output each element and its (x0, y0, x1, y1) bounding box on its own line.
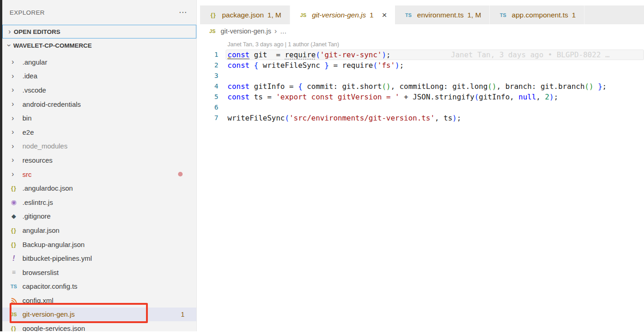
folder-row-android-credentials[interactable]: ›android-credentials (2, 97, 196, 111)
item-label: .angulardoc.json (22, 184, 73, 192)
file-row-git-version-gen.js[interactable]: JSgit-version-gen.js1 (2, 308, 196, 322)
ts-file-icon: TS (498, 12, 508, 18)
tab-bar-filler (584, 5, 644, 24)
line-number: 5 (197, 92, 218, 102)
explorer-sidebar: EXPLORER ⋯ › OPEN EDITORS › WAVELET-CP-C… (2, 0, 197, 331)
item-label: Backup-angular.json (22, 241, 85, 248)
item-label: config.xml (22, 297, 54, 304)
item-label: .idea (22, 72, 38, 80)
item-label: bin (22, 114, 32, 122)
tab-dirty-badge: 1, M (467, 11, 481, 19)
yml-file-icon: ! (9, 254, 19, 263)
chevron-down-icon: › (5, 41, 13, 49)
code-editor[interactable]: 1const git = require('git-rev-sync');^Ja… (197, 49, 644, 123)
tab-dirty-badge: 1, M (267, 11, 281, 19)
tab-bar: {}package.json1, MJSgit-version-gen.js1×… (197, 5, 644, 24)
editor-area: {}package.json1, MJSgit-version-gen.js1×… (197, 0, 644, 335)
folder-row-src[interactable]: ›src (2, 167, 196, 181)
item-label: e2e (22, 128, 34, 136)
item-label: .eslintrc.js (22, 198, 53, 206)
code-line-2: 2const { writeFileSync } = require('fs')… (197, 60, 644, 71)
code-text: const gitInfo = { commit: git.short(), c… (227, 81, 606, 92)
tab-label: app.component.ts (512, 11, 568, 19)
code-text: const ts = 'export const gitVersion = ' … (227, 92, 558, 102)
file-icon-slot: {} (9, 241, 22, 248)
folder-row-.angular[interactable]: ›.angular (2, 55, 196, 69)
item-label: google-services.json (22, 324, 85, 331)
file-row-bitbucket-pipelines.yml[interactable]: !bitbucket-pipelines.yml (2, 251, 196, 265)
item-label: capacitor.config.ts (22, 282, 77, 290)
breadcrumb-file[interactable]: git-version-gen.js (221, 27, 271, 35)
folder-row-e2e[interactable]: ›e2e (2, 125, 196, 139)
file-row-.eslintrc.js[interactable]: ◉.eslintrc.js (2, 195, 196, 209)
folder-row-.idea[interactable]: ›.idea (2, 69, 196, 83)
tab-label: git-version-gen.js (312, 11, 366, 19)
tab-label: environment.ts (417, 11, 464, 19)
line-number: 1 (197, 49, 218, 60)
json-file-icon: {} (9, 241, 19, 248)
list-file-icon: ≡ (9, 269, 19, 276)
chevron-right-icon: › (9, 156, 17, 164)
file-icon-slot: ≡ (9, 269, 22, 276)
file-row-angular.json[interactable]: {}angular.json (2, 223, 196, 237)
close-icon[interactable]: × (382, 11, 387, 19)
explorer-header: EXPLORER ⋯ (2, 0, 196, 25)
item-label: angular.json (22, 226, 60, 234)
file-row-google-services.json[interactable]: {}google-services.json (2, 321, 196, 331)
folder-chevron: › (9, 86, 22, 94)
file-icon-slot: ◆ (9, 213, 22, 220)
chevron-right-icon: › (9, 114, 17, 122)
folder-row-resources[interactable]: ›resources (2, 153, 196, 167)
breadcrumb: JS git-version-gen.js › … (197, 24, 644, 38)
line-number: 7 (197, 113, 218, 123)
folder-row-.vscode[interactable]: ›.vscode (2, 83, 196, 97)
breadcrumb-symbol[interactable]: … (280, 27, 287, 35)
folder-row-bin[interactable]: ›bin (2, 111, 196, 125)
js-file-icon: JS (207, 28, 217, 34)
line-number: 3 (197, 71, 218, 81)
file-row-config.xml[interactable]: config.xml (2, 293, 196, 308)
chevron-right-icon: › (9, 86, 17, 94)
folder-chevron: › (9, 100, 22, 108)
file-row-browserslist[interactable]: ≡browserslist (2, 265, 196, 280)
item-label: src (22, 170, 32, 178)
folder-row-node_modules[interactable]: ›node_modules (2, 139, 196, 154)
file-row-capacitor.config.ts[interactable]: TScapacitor.config.ts (2, 280, 196, 294)
open-editors-section[interactable]: › OPEN EDITORS (2, 25, 196, 38)
file-icon-slot: JS (9, 312, 22, 317)
modified-dot-badge (178, 172, 183, 176)
more-actions-icon[interactable]: ⋯ (179, 7, 187, 17)
codelens-blame[interactable]: Janet Tan, 3 days ago | 1 author (Janet … (227, 41, 339, 48)
tab-git-version-gen.js[interactable]: JSgit-version-gen.js1× (290, 5, 395, 24)
folder-chevron: › (9, 156, 22, 164)
line-number: 6 (197, 102, 218, 113)
item-label: bitbucket-pipelines.yml (22, 254, 92, 262)
json-file-icon: {} (9, 185, 19, 192)
tab-environment.ts[interactable]: TSenvironment.ts1, M (395, 5, 490, 24)
file-row-.angulardoc.json[interactable]: {}.angulardoc.json (2, 181, 196, 195)
line-number: 2 (197, 60, 218, 71)
ts-file-icon: TS (403, 12, 413, 18)
tab-package.json[interactable]: {}package.json1, M (200, 5, 290, 24)
chevron-right-icon: › (9, 170, 17, 178)
json-file-icon: {} (9, 227, 19, 234)
code-line-7: 7writeFileSync('src/environments/git-ver… (197, 113, 644, 123)
file-icon-slot: {} (9, 185, 22, 192)
file-icon-slot (9, 297, 22, 305)
line-number: 4 (197, 81, 218, 92)
vscode-window: EXPLORER ⋯ › OPEN EDITORS › WAVELET-CP-C… (0, 0, 644, 335)
inline-git-blame: Janet Tan, 3 days ago • BLGPD-8022 … (451, 49, 610, 60)
workspace-root-section[interactable]: › WAVELET-CP-COMMERCE (2, 38, 196, 52)
tab-dirty-badge: 1 (370, 11, 374, 19)
code-text: const git = require('git-rev-sync'); (227, 49, 390, 60)
file-row-.gitignore[interactable]: ◆.gitignore (2, 209, 196, 224)
file-row-Backup-angular.json[interactable]: {}Backup-angular.json (2, 237, 196, 252)
file-tree: ›.angular›.idea›.vscode›android-credenti… (2, 55, 196, 331)
tab-app.component.ts[interactable]: TSapp.component.ts1 (490, 5, 584, 24)
folder-chevron: › (9, 72, 22, 80)
code-line-1: 1const git = require('git-rev-sync');^Ja… (197, 49, 644, 60)
tab-label: package.json (222, 11, 264, 19)
item-label: .gitignore (22, 212, 51, 220)
folder-chevron: › (9, 170, 22, 178)
file-icon-slot: {} (9, 325, 22, 331)
